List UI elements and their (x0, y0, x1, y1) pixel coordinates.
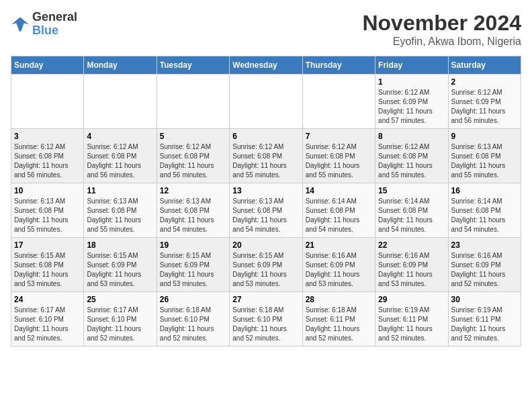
day-number: 12 (160, 186, 226, 195)
logo: General Blue (11, 11, 77, 38)
day-cell: 8Sunrise: 6:12 AM Sunset: 6:08 PM Daylig… (375, 129, 448, 183)
day-cell: 16Sunrise: 6:14 AM Sunset: 6:08 PM Dayli… (448, 183, 521, 238)
day-info: Sunrise: 6:19 AM Sunset: 6:11 PM Dayligh… (378, 306, 445, 343)
day-info: Sunrise: 6:12 AM Sunset: 6:08 PM Dayligh… (232, 142, 299, 180)
day-cell: 10Sunrise: 6:13 AM Sunset: 6:08 PM Dayli… (11, 183, 84, 238)
day-info: Sunrise: 6:18 AM Sunset: 6:10 PM Dayligh… (160, 306, 226, 343)
day-cell: 13Sunrise: 6:13 AM Sunset: 6:08 PM Dayli… (230, 183, 302, 238)
day-cell: 6Sunrise: 6:12 AM Sunset: 6:08 PM Daylig… (230, 129, 302, 183)
day-info: Sunrise: 6:12 AM Sunset: 6:08 PM Dayligh… (14, 142, 81, 180)
day-info: Sunrise: 6:18 AM Sunset: 6:11 PM Dayligh… (306, 306, 372, 343)
day-cell: 17Sunrise: 6:15 AM Sunset: 6:08 PM Dayli… (11, 238, 84, 292)
logo-text: General Blue (32, 11, 77, 38)
week-row-4: 17Sunrise: 6:15 AM Sunset: 6:08 PM Dayli… (11, 238, 521, 292)
day-cell: 28Sunrise: 6:18 AM Sunset: 6:11 PM Dayli… (302, 292, 375, 347)
day-number: 16 (451, 186, 518, 195)
day-info: Sunrise: 6:12 AM Sunset: 6:08 PM Dayligh… (378, 142, 445, 180)
day-cell: 3Sunrise: 6:12 AM Sunset: 6:08 PM Daylig… (11, 129, 84, 183)
day-info: Sunrise: 6:15 AM Sunset: 6:09 PM Dayligh… (160, 251, 226, 289)
day-cell: 2Sunrise: 6:12 AM Sunset: 6:09 PM Daylig… (448, 75, 521, 129)
day-info: Sunrise: 6:17 AM Sunset: 6:10 PM Dayligh… (14, 306, 81, 343)
day-number: 9 (451, 132, 518, 141)
day-number: 4 (87, 132, 153, 141)
day-cell: 23Sunrise: 6:16 AM Sunset: 6:09 PM Dayli… (448, 238, 521, 292)
weekday-header-sunday: Sunday (11, 56, 84, 75)
day-info: Sunrise: 6:17 AM Sunset: 6:10 PM Dayligh… (87, 306, 153, 343)
svg-marker-0 (11, 17, 28, 31)
day-number: 19 (160, 240, 226, 250)
day-number: 30 (451, 295, 518, 304)
day-info: Sunrise: 6:13 AM Sunset: 6:08 PM Dayligh… (232, 197, 299, 234)
day-number: 23 (451, 240, 518, 250)
weekday-header-row: SundayMondayTuesdayWednesdayThursdayFrid… (11, 56, 521, 75)
day-number: 17 (14, 240, 81, 250)
day-cell: 1Sunrise: 6:12 AM Sunset: 6:09 PM Daylig… (375, 75, 448, 129)
day-number: 11 (87, 186, 153, 195)
day-info: Sunrise: 6:14 AM Sunset: 6:08 PM Dayligh… (378, 197, 445, 234)
day-cell: 25Sunrise: 6:17 AM Sunset: 6:10 PM Dayli… (84, 292, 157, 347)
day-number: 1 (378, 77, 445, 87)
day-cell: 24Sunrise: 6:17 AM Sunset: 6:10 PM Dayli… (11, 292, 84, 347)
day-info: Sunrise: 6:18 AM Sunset: 6:10 PM Dayligh… (232, 306, 299, 343)
day-number: 10 (14, 186, 81, 195)
day-cell (230, 75, 302, 129)
day-number: 3 (14, 132, 81, 141)
day-cell (11, 75, 84, 129)
day-number: 6 (232, 132, 299, 141)
day-number: 24 (14, 295, 81, 304)
day-cell (157, 75, 229, 129)
day-info: Sunrise: 6:15 AM Sunset: 6:09 PM Dayligh… (232, 251, 299, 289)
day-info: Sunrise: 6:12 AM Sunset: 6:08 PM Dayligh… (306, 142, 372, 180)
day-number: 2 (451, 77, 518, 87)
day-cell: 15Sunrise: 6:14 AM Sunset: 6:08 PM Dayli… (375, 183, 448, 238)
day-cell: 14Sunrise: 6:14 AM Sunset: 6:08 PM Dayli… (302, 183, 375, 238)
day-info: Sunrise: 6:14 AM Sunset: 6:08 PM Dayligh… (451, 197, 518, 234)
day-cell: 22Sunrise: 6:16 AM Sunset: 6:09 PM Dayli… (375, 238, 448, 292)
logo-line1: General (32, 11, 77, 24)
day-cell: 7Sunrise: 6:12 AM Sunset: 6:08 PM Daylig… (302, 129, 375, 183)
day-cell: 27Sunrise: 6:18 AM Sunset: 6:10 PM Dayli… (230, 292, 302, 347)
weekday-header-saturday: Saturday (448, 56, 521, 75)
calendar-table: SundayMondayTuesdayWednesdayThursdayFrid… (11, 56, 521, 347)
day-info: Sunrise: 6:12 AM Sunset: 6:09 PM Dayligh… (451, 88, 518, 126)
day-cell: 21Sunrise: 6:16 AM Sunset: 6:09 PM Dayli… (302, 238, 375, 292)
day-info: Sunrise: 6:12 AM Sunset: 6:08 PM Dayligh… (160, 142, 226, 180)
day-number: 7 (306, 132, 372, 141)
day-cell: 9Sunrise: 6:13 AM Sunset: 6:08 PM Daylig… (448, 129, 521, 183)
day-cell (84, 75, 157, 129)
weekday-header-thursday: Thursday (302, 56, 375, 75)
day-info: Sunrise: 6:15 AM Sunset: 6:09 PM Dayligh… (87, 251, 153, 289)
page-header: General Blue November 2024 Eyofin, Akwa … (11, 11, 521, 48)
day-cell: 19Sunrise: 6:15 AM Sunset: 6:09 PM Dayli… (157, 238, 229, 292)
week-row-2: 3Sunrise: 6:12 AM Sunset: 6:08 PM Daylig… (11, 129, 521, 183)
day-cell: 18Sunrise: 6:15 AM Sunset: 6:09 PM Dayli… (84, 238, 157, 292)
day-cell: 5Sunrise: 6:12 AM Sunset: 6:08 PM Daylig… (157, 129, 229, 183)
calendar-subtitle: Eyofin, Akwa Ibom, Nigeria (362, 36, 521, 48)
day-number: 20 (232, 240, 299, 250)
logo-line2: Blue (32, 24, 58, 37)
calendar-title: November 2024 (362, 11, 521, 36)
week-row-1: 1Sunrise: 6:12 AM Sunset: 6:09 PM Daylig… (11, 75, 521, 129)
day-info: Sunrise: 6:16 AM Sunset: 6:09 PM Dayligh… (306, 251, 372, 289)
weekday-header-monday: Monday (84, 56, 157, 75)
day-cell: 20Sunrise: 6:15 AM Sunset: 6:09 PM Dayli… (230, 238, 302, 292)
day-info: Sunrise: 6:15 AM Sunset: 6:08 PM Dayligh… (14, 251, 81, 289)
day-cell: 4Sunrise: 6:12 AM Sunset: 6:08 PM Daylig… (84, 129, 157, 183)
week-row-3: 10Sunrise: 6:13 AM Sunset: 6:08 PM Dayli… (11, 183, 521, 238)
day-cell: 29Sunrise: 6:19 AM Sunset: 6:11 PM Dayli… (375, 292, 448, 347)
logo-icon (11, 15, 30, 34)
week-row-5: 24Sunrise: 6:17 AM Sunset: 6:10 PM Dayli… (11, 292, 521, 347)
day-number: 21 (306, 240, 372, 250)
day-number: 15 (378, 186, 445, 195)
day-info: Sunrise: 6:13 AM Sunset: 6:08 PM Dayligh… (14, 197, 81, 234)
day-number: 22 (378, 240, 445, 250)
day-number: 13 (232, 186, 299, 195)
day-cell (302, 75, 375, 129)
day-info: Sunrise: 6:12 AM Sunset: 6:08 PM Dayligh… (87, 142, 153, 180)
day-number: 28 (306, 295, 372, 304)
day-number: 8 (378, 132, 445, 141)
weekday-header-tuesday: Tuesday (157, 56, 229, 75)
day-cell: 11Sunrise: 6:13 AM Sunset: 6:08 PM Dayli… (84, 183, 157, 238)
day-info: Sunrise: 6:13 AM Sunset: 6:08 PM Dayligh… (87, 197, 153, 234)
day-number: 29 (378, 295, 445, 304)
